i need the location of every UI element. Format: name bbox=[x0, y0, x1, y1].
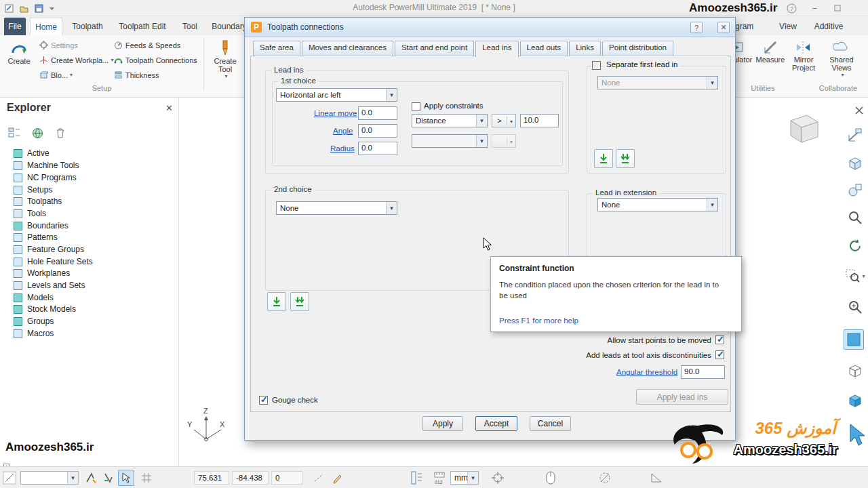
constraint-operator-button[interactable]: > bbox=[492, 114, 516, 127]
tree-item-boundaries[interactable]: Boundaries bbox=[0, 220, 179, 232]
pick-lower-icon[interactable] bbox=[100, 470, 117, 486]
tab-view[interactable]: View bbox=[773, 18, 803, 35]
tree-item-hole-feature-sets[interactable]: Hole Feature Sets bbox=[0, 256, 179, 268]
pick-filter-dropdown[interactable] bbox=[20, 471, 79, 485]
dropdown-arrow-icon[interactable] bbox=[386, 89, 397, 101]
viewport-close-icon[interactable] bbox=[849, 100, 868, 121]
shaded-view-icon[interactable] bbox=[844, 329, 864, 350]
apply-constraints-checkbox[interactable] bbox=[412, 102, 420, 111]
tab-toolpath[interactable]: Toolpath bbox=[66, 18, 108, 35]
apply-button[interactable]: Apply bbox=[422, 416, 463, 431]
solid-view-icon[interactable] bbox=[845, 390, 865, 411]
refresh-view-icon[interactable] bbox=[845, 236, 865, 256]
cancel-button[interactable]: Cancel bbox=[530, 416, 571, 431]
dropdown-arrow-icon[interactable] bbox=[707, 199, 717, 211]
add-leads-checkbox[interactable] bbox=[715, 350, 724, 359]
zoom-fit-icon[interactable] bbox=[845, 207, 865, 228]
tab-toolpath-edit[interactable]: Toolpath Edit bbox=[113, 18, 172, 35]
tab-file[interactable]: File bbox=[4, 18, 26, 35]
allow-start-points-checkbox[interactable] bbox=[715, 336, 724, 344]
radius-link[interactable]: Radius bbox=[330, 144, 355, 152]
operator-dropdown-icon[interactable] bbox=[507, 117, 515, 125]
angle-link[interactable]: Angle bbox=[333, 127, 353, 135]
apply-lead-ins-button[interactable]: Apply lead ins bbox=[636, 389, 728, 405]
explorer-levels-icon[interactable] bbox=[5, 125, 23, 141]
tree-item-macros[interactable]: Macros bbox=[0, 327, 179, 340]
dialog-help-icon[interactable]: ? bbox=[690, 22, 703, 33]
tab-home[interactable]: Home bbox=[30, 18, 62, 35]
separate-first-dropdown[interactable]: None bbox=[597, 76, 718, 89]
dialog-tab-point-distribution[interactable]: Point distribution bbox=[602, 41, 673, 56]
linear-move-link[interactable]: Linear move bbox=[314, 109, 357, 117]
lead-in-extension-dropdown[interactable]: None bbox=[597, 198, 718, 211]
create-toolpath-button[interactable]: Create bbox=[4, 39, 34, 65]
help-icon[interactable]: ? bbox=[785, 2, 797, 14]
zoom-in-icon[interactable] bbox=[845, 297, 865, 317]
dialog-tab-start-end-point[interactable]: Start and end point bbox=[395, 41, 474, 56]
wireframe-view-icon[interactable] bbox=[845, 361, 865, 381]
radius-field[interactable]: 0.0 bbox=[358, 142, 397, 155]
cursor-position-icon[interactable] bbox=[118, 470, 134, 486]
toolpath-connections-button[interactable]: Toolpath Connections bbox=[114, 56, 197, 64]
tab-additive[interactable]: Additive bbox=[808, 18, 849, 35]
dialog-titlebar[interactable]: P Toolpath connections ? ✕ bbox=[245, 18, 735, 37]
tree-item-feature-groups[interactable]: Feature Groups bbox=[0, 243, 179, 256]
explorer-globe-icon[interactable] bbox=[28, 125, 46, 141]
iso-view-icon[interactable] bbox=[845, 153, 865, 174]
create-workplane-button[interactable]: Create Workpla... bbox=[39, 56, 113, 64]
gouge-check-checkbox[interactable] bbox=[259, 396, 268, 405]
scale-ruler-icon[interactable]: 012 bbox=[431, 470, 448, 486]
second-choice-dropdown[interactable]: None bbox=[276, 201, 397, 215]
mirror-project-button[interactable]: Mirror Project bbox=[788, 39, 819, 72]
explorer-close-icon[interactable]: ✕ bbox=[165, 103, 173, 113]
angle-field[interactable]: 0.0 bbox=[358, 124, 397, 138]
tree-item-levels-and-sets[interactable]: Levels and Sets bbox=[0, 279, 179, 291]
block-size-icon[interactable] bbox=[845, 125, 865, 145]
constraint-criterion-dropdown[interactable]: Distance bbox=[412, 114, 488, 127]
angular-threshold-field[interactable]: 90.0 bbox=[681, 365, 725, 379]
first-choice-dropdown[interactable]: Horizontal arc left bbox=[276, 88, 397, 102]
tree-item-models[interactable]: Models bbox=[0, 291, 179, 304]
tree-item-machine-tools[interactable]: Machine Tools bbox=[0, 159, 179, 171]
z-level-icon[interactable] bbox=[408, 470, 425, 486]
dialog-tab-lead-ins[interactable]: Lead ins bbox=[475, 41, 518, 57]
explorer-delete-icon[interactable] bbox=[52, 125, 69, 141]
block-button[interactable]: Blo... bbox=[39, 70, 73, 79]
tree-item-active[interactable]: Active bbox=[0, 147, 179, 159]
constraint-criterion2-dropdown[interactable] bbox=[412, 134, 488, 148]
select-cursor-icon[interactable] bbox=[846, 422, 867, 449]
measure-button[interactable]: Measure bbox=[754, 39, 787, 64]
dropdown-arrow-icon[interactable] bbox=[476, 115, 487, 127]
dialog-tab-moves-clearances[interactable]: Moves and clearances bbox=[302, 41, 393, 56]
settings-button[interactable]: Settings bbox=[39, 41, 78, 49]
maximize-icon[interactable] bbox=[831, 2, 844, 14]
linear-move-field[interactable]: 0.0 bbox=[358, 106, 397, 120]
shared-views-button[interactable]: Shared Views bbox=[821, 39, 863, 78]
dialog-tab-links[interactable]: Links bbox=[569, 41, 601, 56]
tree-item-stock-models[interactable]: Stock Models bbox=[0, 303, 179, 315]
crosshair-icon[interactable] bbox=[490, 470, 506, 486]
pick-raise-icon[interactable] bbox=[83, 470, 99, 486]
minimize-icon[interactable]: – bbox=[808, 2, 821, 14]
create-tool-button[interactable]: Create Tool bbox=[209, 39, 241, 79]
tree-item-patterns[interactable]: Patterns bbox=[0, 231, 179, 243]
sketch-mode-icon[interactable] bbox=[1, 470, 18, 486]
mouse-icon[interactable] bbox=[542, 470, 559, 486]
feeds-speeds-button[interactable]: Feeds & Speeds bbox=[114, 41, 180, 49]
dialog-tab-safe-area[interactable]: Safe area bbox=[253, 41, 300, 56]
tree-item-nc-programs[interactable]: NC Programs bbox=[0, 171, 179, 184]
copy-lead-in-button[interactable] bbox=[594, 149, 613, 168]
copy-lead-in-all-button[interactable] bbox=[616, 149, 635, 168]
tree-item-tools[interactable]: Tools bbox=[0, 207, 179, 220]
view-cube[interactable] bbox=[784, 108, 823, 150]
tab-tool[interactable]: Tool bbox=[176, 18, 203, 35]
dialog-close-icon[interactable]: ✕ bbox=[717, 22, 730, 33]
pencil-icon[interactable] bbox=[330, 470, 346, 486]
dropdown-arrow-icon[interactable] bbox=[67, 472, 78, 484]
angular-threshold-link[interactable]: Angular threshold bbox=[616, 368, 677, 376]
separate-first-checkbox[interactable] bbox=[592, 61, 601, 70]
grid-snap-icon[interactable] bbox=[138, 470, 155, 486]
units-dropdown[interactable]: mm bbox=[450, 471, 479, 485]
dropdown-arrow-icon[interactable] bbox=[707, 77, 717, 89]
constraint-value-field[interactable]: 10.0 bbox=[520, 114, 559, 127]
